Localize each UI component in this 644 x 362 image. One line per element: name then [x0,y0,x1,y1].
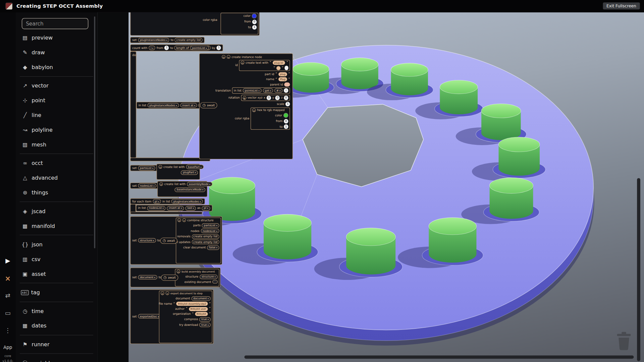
mutator-icon[interactable]: ◎ [161,291,164,295]
kebab-icon[interactable]: ⋮ [0,327,16,334]
block-create-empty-list[interactable]: create empty list [192,240,219,244]
nodes-dropdown[interactable]: nodesList▾ [201,229,219,233]
variable-dropdown[interactable]: structure▾ [138,238,156,242]
sidebar-item-mesh[interactable]: ▨mesh [16,137,98,152]
list-dropdown[interactable]: plugInstanceNodes▾ [171,199,203,203]
swap-icon[interactable]: ⇄ [0,292,16,299]
mode-dropdown[interactable]: insert at▾ [180,103,197,107]
trash-icon[interactable] [614,331,633,351]
await-badge[interactable]: ◷await [200,102,217,108]
variable-dropdown[interactable]: nodesList▾ [138,183,157,188]
position-dropdown[interactable]: last▾ [185,206,196,210]
await-badge[interactable]: ◷await [160,238,177,244]
block-hex-to-rgb[interactable]: ◎hex to rgb mapped color from0 to1 [251,107,290,130]
sidebar-item-babylon[interactable]: ◆babylon [16,60,98,74]
sidebar-item-json[interactable]: {}json [16,237,98,252]
tools-icon[interactable]: × [0,275,16,282]
sidebar-item-line[interactable]: ╱line [16,108,98,123]
item-dropdown[interactable]: assemblyNode▾ [187,182,212,186]
count-loop-spine[interactable]: do [130,51,136,158]
sidebar-item-tag[interactable]: ABCtag [16,285,98,300]
sidebar-item-preview[interactable]: ▤preview [16,31,98,45]
foreach-footer[interactable] [130,212,203,214]
sidebar-item-manifold[interactable]: ▩manifold [16,219,98,233]
document-dropdown[interactable]: document▾ [191,296,211,300]
block-build-assembly-document[interactable]: ◎build assembly document structurestruct… [175,269,219,287]
color-swatch-green[interactable] [283,113,288,118]
get-dropdown[interactable]: get▾ [263,88,273,93]
block-set-document-build[interactable]: set document▾ to ◷await ◎build assembly … [130,267,220,287]
link-icon[interactable]: ∞ [227,55,230,59]
block-set-structure-combine[interactable]: set structure▾ to ◷await ◎∞combine struc… [130,216,222,264]
block-create-text-with[interactable]: ◎ create text with “plug-id-” “” [239,60,290,71]
sidebar-item-occt[interactable]: ∞occt [16,156,98,171]
mutator-icon[interactable]: ◎ [241,61,245,64]
link-icon[interactable]: ∞ [182,218,186,222]
structure-dropdown[interactable]: structure▾ [200,275,218,279]
sidebar-item-asset[interactable]: ▣asset [16,266,98,281]
block-set-pluginstancenodes[interactable]: set plugInstanceNodes▾ to create empty l… [130,37,204,43]
block-combine-structure[interactable]: ◎∞combine structure partspartsList▾ node… [176,218,221,263]
parent-id-input[interactable] [284,82,290,86]
sidebar-item-csv[interactable]: ▥csv [16,252,98,266]
sidebar-item-draw[interactable]: ✎draw [16,45,98,60]
mutator-icon[interactable]: ◎ [222,55,225,59]
sidebar-item-dates[interactable]: ▦dates [16,318,98,333]
mutator-icon[interactable]: ◎ [159,182,163,186]
loop-variable-dropdown[interactable]: pl▾ [153,199,161,203]
sidebar-item-advanced[interactable]: △advanced [16,171,98,185]
list-dropdown[interactable]: pointsList▾ [190,46,209,50]
folder-icon[interactable]: ▭ [0,309,16,317]
count-loop-footer[interactable] [130,158,210,161]
value-dropdown[interactable]: pl▾ [202,206,210,210]
mutator-icon[interactable]: ◎ [177,218,181,222]
mutator-icon[interactable]: ◎ [159,165,162,169]
block-length-of[interactable]: length of pointsList▾ [174,46,211,50]
bool-dropdown[interactable]: true▾ [199,322,211,327]
block-create-list-parts[interactable]: ◎create list with basePart▾ plugPart▾ [157,164,200,180]
sidebar-item-runner[interactable]: ⚑runner [16,337,98,352]
block-insert-nodeslist[interactable]: in list nodesList▾ insert at▾ last▾ as p… [136,205,212,212]
block-create-empty-list[interactable]: create empty list [175,38,203,42]
bool-dropdown[interactable]: true▾ [199,317,211,321]
search-input[interactable] [22,18,88,29]
item-dropdown[interactable]: basePart▾ [186,165,203,169]
block-color-rgba-partial[interactable]: color rgba color from0 to1 [130,12,260,36]
block-vector-xyz[interactable]: ⊕ vector xyz x0 y0 z0 [241,95,290,101]
mode-dropdown[interactable]: insert at▾ [167,206,184,210]
variable-dropdown[interactable]: partsList▾ [138,166,155,170]
await-badge[interactable]: ◷await [161,275,178,281]
block-count-with[interactable]: count with i▾ from 1 to length of points… [130,44,223,51]
bool-dropdown[interactable]: false▾ [207,245,219,250]
horizontal-scrollbar[interactable] [245,355,634,359]
block-set-exporteddoc[interactable]: set exportedDoc▾ to ◎∞export document to… [130,289,214,344]
item-dropdown[interactable]: plugPart▾ [181,170,198,175]
index-mode-dropdown[interactable]: #▾ [274,88,282,93]
variable-dropdown[interactable]: plugInstanceNodes▾ [138,38,169,42]
sidebar-item-variables[interactable]: ⓧvariables [16,356,98,362]
mutator-icon[interactable]: ◎ [177,269,180,273]
block-for-each[interactable]: for each item pl▾ in list plugInstanceNo… [130,198,205,204]
sidebar-item-time[interactable]: ◷time [16,304,98,318]
sidebar-item-things[interactable]: ⊛things [16,185,98,200]
sidebar-item-jscad[interactable]: ◈jscad [16,204,98,219]
item-dropdown[interactable]: baseInstanceNode▾ [175,187,205,192]
sidebar-item-polyline[interactable]: ↝polyline [16,122,98,137]
list-dropdown[interactable]: nodesList▾ [147,206,166,210]
color-swatch-blue[interactable] [252,13,257,18]
block-export-document-to-step[interactable]: ◎∞export document to step documentdocume… [159,291,212,343]
list-dropdown[interactable]: pointsList▾ [243,88,262,93]
variable-dropdown[interactable]: exportedDoc▾ [138,314,161,318]
palette-icon[interactable]: ◎ [252,108,256,112]
list-dropdown[interactable]: plugInstanceNodes▾ [147,103,179,107]
sidebar-item-vector[interactable]: ↗vector [16,78,98,93]
run-icon[interactable]: ▶ [0,257,16,264]
block-create-empty-list[interactable]: create empty list [192,234,219,239]
sidebar-item-point[interactable]: ⊹point [16,93,98,108]
parts-dropdown[interactable]: partsList▾ [202,223,219,228]
sidebar-scrollbar[interactable] [94,16,95,248]
variable-dropdown[interactable]: document▾ [138,275,157,279]
block-create-list-nodes[interactable]: ◎create list with assemblyNode▾ baseInst… [157,181,207,197]
vertical-scrollbar[interactable] [637,178,640,361]
loop-variable-dropdown[interactable]: i▾ [149,46,155,50]
